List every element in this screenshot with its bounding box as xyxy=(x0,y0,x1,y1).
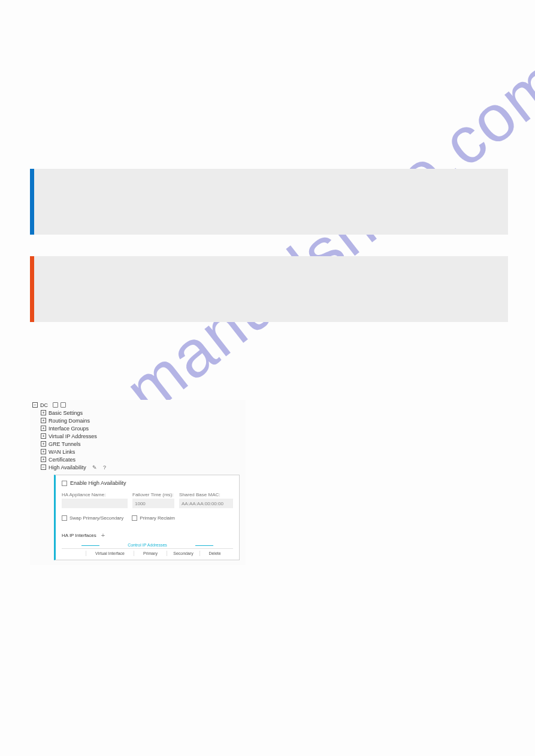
tree-item-high-availability[interactable]: − High Availability ✎ ? xyxy=(32,463,246,471)
swap-primary-secondary-row[interactable]: Swap Primary/Secondary xyxy=(62,515,123,521)
control-ip-addresses-bracket: Control IP Addresses xyxy=(99,543,195,547)
tree-item-gre-tunnels[interactable]: + GRE Tunnels xyxy=(32,440,246,448)
tree-item-label: High Availability xyxy=(49,464,86,470)
checkbox-swap[interactable] xyxy=(62,515,67,521)
edit-icon[interactable]: ✎ xyxy=(92,464,97,470)
tree-item-label: Basic Settings xyxy=(49,410,83,416)
tree-item-basic-settings[interactable]: + Basic Settings xyxy=(32,409,246,417)
ha-ip-interfaces-table: Control IP Addresses Virtual Interface P… xyxy=(62,542,233,556)
expand-icon[interactable]: + xyxy=(41,457,46,462)
tree-item-label: Virtual IP Addresses xyxy=(49,433,97,439)
tree-item-certificates[interactable]: + Certificates xyxy=(32,456,246,463)
config-screenshot: − DC + Basic Settings + Routing Domains … xyxy=(30,400,246,565)
callout-warning xyxy=(30,256,508,322)
callout-stripe-blue xyxy=(30,169,34,235)
shared-base-mac-input[interactable]: AA:AA:AA:00:00:00 xyxy=(179,499,233,508)
help-icon[interactable]: ? xyxy=(103,464,106,470)
add-icon[interactable]: + xyxy=(101,532,105,539)
tree-item-label: GRE Tunnels xyxy=(49,441,81,447)
tree-item-label: Certificates xyxy=(49,457,75,463)
copy-icon[interactable] xyxy=(53,402,58,408)
callout-stripe-orange xyxy=(30,256,34,322)
checkbox-reclaim[interactable] xyxy=(132,515,137,521)
tree-root-dc[interactable]: − DC xyxy=(32,401,246,409)
tree-item-interface-groups[interactable]: + Interface Groups xyxy=(32,424,246,432)
expand-icon[interactable]: + xyxy=(41,426,46,431)
swap-label: Swap Primary/Secondary xyxy=(69,515,123,521)
tree-item-label: WAN Links xyxy=(49,449,75,455)
expand-icon[interactable]: + xyxy=(41,449,46,454)
col-blank xyxy=(62,551,86,556)
watermark-text: manualshive.com xyxy=(111,42,535,429)
field-label: Shared Base MAC: xyxy=(179,492,233,497)
col-virtual-interface: Virtual Interface xyxy=(86,551,134,556)
expand-icon[interactable]: + xyxy=(41,410,46,415)
col-primary: Primary xyxy=(134,551,167,556)
tree-item-routing-domains[interactable]: + Routing Domains xyxy=(32,417,246,424)
col-delete: Delete xyxy=(200,551,229,556)
collapse-icon[interactable]: − xyxy=(41,464,46,470)
ha-ip-interfaces-title: HA IP Interfaces xyxy=(62,533,96,538)
reclaim-label: Primary Reclaim xyxy=(140,515,175,521)
field-label: Failover Time (ms): xyxy=(132,492,174,497)
tree-item-label: Interface Groups xyxy=(49,426,89,432)
field-failover-time: Failover Time (ms): 1000 xyxy=(132,492,174,508)
checkbox-enable-ha[interactable] xyxy=(62,481,67,486)
expand-icon[interactable]: + xyxy=(41,441,46,447)
col-secondary: Secondary xyxy=(167,551,200,556)
expand-icon[interactable]: + xyxy=(41,418,46,423)
field-shared-base-mac: Shared Base MAC: AA:AA:AA:00:00:00 xyxy=(179,492,233,508)
delete-icon[interactable] xyxy=(61,402,66,408)
ha-config-panel: Enable High Availability HA Appliance Na… xyxy=(54,475,240,560)
failover-time-input[interactable]: 1000 xyxy=(132,499,174,508)
tree-item-wan-links[interactable]: + WAN Links xyxy=(32,448,246,456)
expand-icon[interactable]: + xyxy=(41,433,46,439)
config-tree: − DC + Basic Settings + Routing Domains … xyxy=(30,401,246,471)
field-ha-appliance-name: HA Appliance Name: xyxy=(62,492,128,508)
field-label: HA Appliance Name: xyxy=(62,492,128,497)
tree-item-virtual-ip[interactable]: + Virtual IP Addresses xyxy=(32,432,246,440)
tree-root-label: DC xyxy=(40,402,48,408)
primary-reclaim-row[interactable]: Primary Reclaim xyxy=(132,515,175,521)
collapse-icon[interactable]: − xyxy=(32,402,38,408)
tree-item-label: Routing Domains xyxy=(49,418,90,424)
callout-note xyxy=(30,169,508,235)
enable-ha-row[interactable]: Enable High Availability xyxy=(62,480,233,486)
ha-appliance-name-input[interactable] xyxy=(62,499,128,508)
enable-ha-label: Enable High Availability xyxy=(70,480,126,486)
